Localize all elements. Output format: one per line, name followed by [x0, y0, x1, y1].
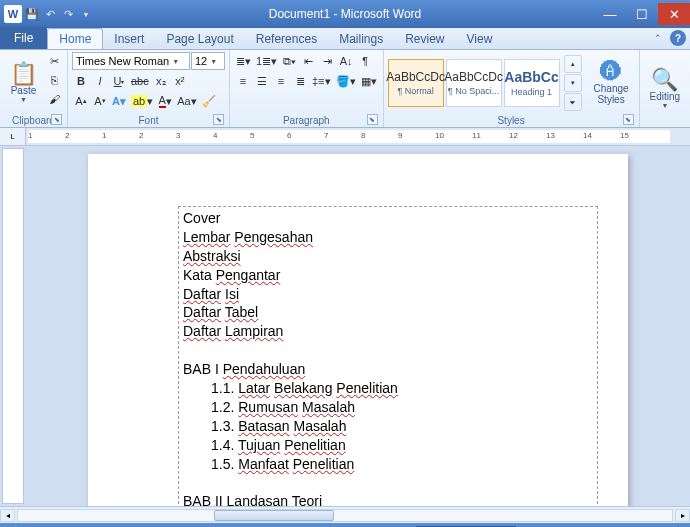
document-area[interactable]: CoverLembar PengesahanAbstraksiKata Peng… — [26, 146, 690, 506]
font-size-combo[interactable]: 12▼ — [191, 52, 225, 70]
scissors-icon: ✂ — [50, 55, 59, 68]
chevron-down-icon: ▼ — [172, 58, 179, 65]
shrink-font-button[interactable]: A▾ — [91, 92, 109, 110]
scroll-track[interactable] — [17, 509, 673, 522]
increase-indent-button[interactable]: ⇥ — [318, 52, 336, 70]
doc-line[interactable]: 1.4. Tujuan Penelitian — [183, 436, 593, 455]
scroll-thumb[interactable] — [214, 510, 334, 521]
superscript-button[interactable]: x² — [171, 72, 189, 90]
justify-button[interactable]: ≣ — [291, 72, 309, 90]
cut-button[interactable]: ✂ — [45, 52, 63, 70]
ruler-number: 9 — [398, 131, 402, 140]
styles-launcher[interactable]: ⬊ — [623, 114, 634, 125]
maximize-button[interactable]: ☐ — [626, 3, 658, 25]
workspace: CoverLembar PengesahanAbstraksiKata Peng… — [0, 146, 690, 506]
ruler-number: 14 — [583, 131, 592, 140]
paste-button[interactable]: 📋 Paste ▼ — [4, 52, 43, 114]
change-case-button[interactable]: Aa▾ — [175, 92, 198, 110]
highlight-button[interactable]: ab▾ — [129, 92, 155, 110]
align-left-button[interactable]: ≡ — [234, 72, 252, 90]
doc-line[interactable]: 1.5. Manfaat Penelitian — [183, 455, 593, 474]
doc-line[interactable]: 1.2. Rumusan Masalah — [183, 398, 593, 417]
tab-mailings[interactable]: Mailings — [328, 28, 394, 49]
tab-references[interactable]: References — [245, 28, 328, 49]
tab-page-layout[interactable]: Page Layout — [155, 28, 244, 49]
clear-formatting-button[interactable]: 🧹 — [200, 92, 218, 110]
change-styles-button[interactable]: 🅐 Change Styles — [588, 59, 635, 107]
qat-customize-icon[interactable]: ▼ — [78, 6, 94, 22]
grow-font-button[interactable]: A▴ — [72, 92, 90, 110]
text-frame[interactable]: CoverLembar PengesahanAbstraksiKata Peng… — [178, 206, 598, 506]
numbering-button[interactable]: 1≣▾ — [254, 52, 279, 70]
scroll-right-button[interactable]: ▸ — [675, 509, 690, 522]
qat-undo-icon[interactable]: ↶ — [42, 6, 58, 22]
ruler-number: 1 — [28, 131, 32, 140]
style-heading1[interactable]: AaBbCcHeading 1 — [504, 59, 560, 107]
doc-line[interactable]: Abstraksi — [183, 247, 593, 266]
tab-home[interactable]: Home — [47, 28, 103, 49]
qat-save-icon[interactable]: 💾 — [24, 6, 40, 22]
doc-line[interactable]: BAB I Pendahuluan — [183, 360, 593, 379]
horizontal-scrollbar: ◂ ▸ — [0, 506, 690, 523]
style-no-spacing[interactable]: AaBbCcDc¶ No Spaci... — [446, 59, 502, 107]
title-bar: W 💾 ↶ ↷ ▼ Document1 - Microsoft Word — ☐… — [0, 0, 690, 28]
close-button[interactable]: ✕ — [658, 3, 690, 25]
brush-icon: 🖌 — [49, 93, 60, 105]
align-right-button[interactable]: ≡ — [272, 72, 290, 90]
copy-button[interactable]: ⎘ — [45, 71, 63, 89]
file-tab[interactable]: File — [0, 27, 47, 49]
scroll-left-button[interactable]: ◂ — [0, 509, 15, 522]
help-icon[interactable]: ? — [670, 30, 686, 46]
bold-button[interactable]: B — [72, 72, 90, 90]
vertical-ruler[interactable] — [2, 148, 24, 504]
text-effects-button[interactable]: A▾ — [110, 92, 128, 110]
tab-review[interactable]: Review — [394, 28, 455, 49]
bullets-button[interactable]: ≣▾ — [234, 52, 253, 70]
font-name-combo[interactable]: Times New Roman▼ — [72, 52, 190, 70]
ruler-number: 4 — [213, 131, 217, 140]
editing-button[interactable]: 🔍 Editing ▼ — [644, 52, 687, 125]
font-launcher[interactable]: ⬊ — [213, 114, 224, 125]
styles-more[interactable]: ⏷ — [564, 93, 582, 111]
status-bar: Page: 1 of 1 Words: 68 📖 ▤ ▣ ▦ ≡ ▥ 100% … — [0, 523, 690, 527]
qat-redo-icon[interactable]: ↷ — [60, 6, 76, 22]
doc-line[interactable]: 1.1. Latar Belakang Penelitian — [183, 379, 593, 398]
group-paragraph: ≣▾ 1≣▾ ⧉▾ ⇤ ⇥ A↓ ¶ ≡ ☰ ≡ ≣ ‡≡▾ 🪣▾ ▦▾ Par… — [230, 50, 384, 127]
tab-selector[interactable]: L — [0, 128, 26, 145]
doc-line[interactable]: Kata Pengantar — [183, 266, 593, 285]
subscript-button[interactable]: x₂ — [152, 72, 170, 90]
ruler-number: 5 — [250, 131, 254, 140]
align-center-button[interactable]: ☰ — [253, 72, 271, 90]
strikethrough-button[interactable]: abc — [129, 72, 151, 90]
doc-line[interactable]: BAB II Landasan Teori — [183, 492, 593, 506]
sort-button[interactable]: A↓ — [337, 52, 355, 70]
style-normal[interactable]: AaBbCcDc¶ Normal — [388, 59, 444, 107]
shading-button[interactable]: 🪣▾ — [334, 72, 358, 90]
styles-row-down[interactable]: ▾ — [564, 74, 582, 92]
styles-row-up[interactable]: ▴ — [564, 55, 582, 73]
italic-button[interactable]: I — [91, 72, 109, 90]
format-painter-button[interactable]: 🖌 — [45, 90, 63, 108]
multilevel-button[interactable]: ⧉▾ — [280, 52, 298, 70]
doc-line[interactable]: Cover — [183, 209, 593, 228]
doc-line[interactable]: Lembar Pengesahan — [183, 228, 593, 247]
clipboard-launcher[interactable]: ⬊ — [51, 114, 62, 125]
doc-line[interactable]: Daftar Isi — [183, 285, 593, 304]
line-spacing-button[interactable]: ‡≡▾ — [310, 72, 333, 90]
ruler-number: 3 — [176, 131, 180, 140]
doc-line[interactable]: Daftar Tabel — [183, 303, 593, 322]
group-editing: 🔍 Editing ▼ — [640, 50, 690, 127]
paragraph-launcher[interactable]: ⬊ — [367, 114, 378, 125]
minimize-ribbon-icon[interactable]: ⌃ — [650, 30, 666, 46]
doc-line[interactable]: Daftar Lampiran — [183, 322, 593, 341]
minimize-button[interactable]: — — [594, 3, 626, 25]
horizontal-ruler[interactable]: 12123456789101112131415 — [28, 130, 670, 143]
tab-view[interactable]: View — [456, 28, 504, 49]
underline-button[interactable]: U ▾ — [110, 72, 128, 90]
show-marks-button[interactable]: ¶ — [356, 52, 374, 70]
doc-line[interactable]: 1.3. Batasan Masalah — [183, 417, 593, 436]
tab-insert[interactable]: Insert — [103, 28, 155, 49]
font-color-button[interactable]: A▾ — [156, 92, 174, 110]
decrease-indent-button[interactable]: ⇤ — [299, 52, 317, 70]
borders-button[interactable]: ▦▾ — [359, 72, 379, 90]
